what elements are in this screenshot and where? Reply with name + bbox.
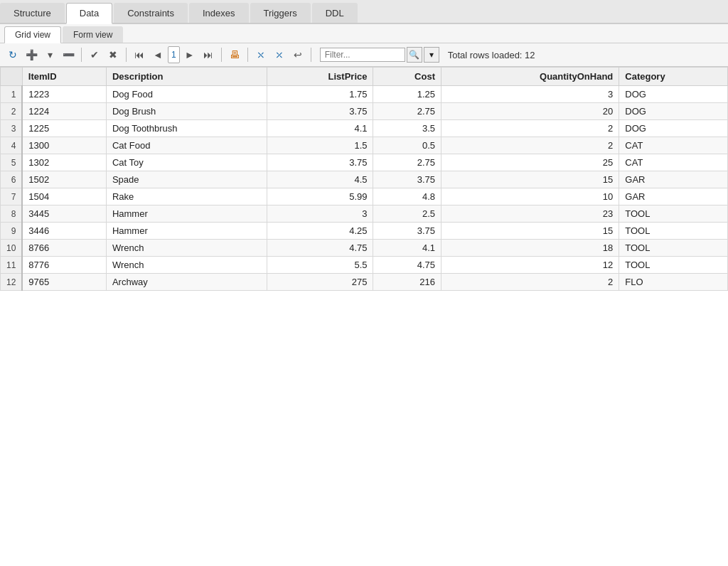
cell-category[interactable]: DOG — [619, 103, 728, 120]
table-row[interactable]: 21224Dog Brush3.752.7520DOG — [1, 103, 728, 120]
cell-quantityonhand[interactable]: 10 — [441, 188, 619, 205]
cell-category[interactable]: TOOL — [619, 240, 728, 257]
cell-listprice[interactable]: 275 — [267, 274, 373, 291]
cell-itemid[interactable]: 8766 — [22, 240, 106, 257]
cell-cost[interactable]: 4.8 — [373, 188, 441, 205]
cell-cost[interactable]: 0.5 — [373, 137, 441, 154]
dropdown-button[interactable]: ▾ — [41, 46, 58, 63]
cell-cost[interactable]: 3.5 — [373, 120, 441, 137]
cell-cost[interactable]: 1.25 — [373, 86, 441, 103]
cell-itemid[interactable]: 1302 — [22, 154, 106, 171]
cell-category[interactable]: TOOL — [619, 223, 728, 240]
cell-itemid[interactable]: 1300 — [22, 137, 106, 154]
check-button[interactable]: ✔ — [86, 46, 103, 63]
cell-description[interactable]: Dog Brush — [106, 103, 267, 120]
cell-description[interactable]: Rake — [106, 188, 267, 205]
cell-listprice[interactable]: 5.5 — [267, 257, 373, 274]
filter-input[interactable] — [320, 48, 405, 62]
cell-cost[interactable]: 2.75 — [373, 154, 441, 171]
cell-listprice[interactable]: 4.75 — [267, 240, 373, 257]
cell-itemid[interactable]: 9765 — [22, 274, 106, 291]
cell-category[interactable]: CAT — [619, 137, 728, 154]
table-row[interactable]: 41300Cat Food1.50.52CAT — [1, 137, 728, 154]
cell-listprice[interactable]: 4.5 — [267, 171, 373, 188]
cell-description[interactable]: Cat Food — [106, 137, 267, 154]
tab-data[interactable]: Data — [66, 3, 112, 24]
cell-description[interactable]: Wrench — [106, 257, 267, 274]
delete-row-button[interactable]: ➖ — [60, 46, 77, 63]
tab-structure[interactable]: Structure — [0, 3, 65, 23]
cell-cost[interactable]: 2.75 — [373, 103, 441, 120]
table-row[interactable]: 51302Cat Toy3.752.7525CAT — [1, 154, 728, 171]
cell-itemid[interactable]: 3445 — [22, 205, 106, 223]
add-row-button[interactable]: ➕ — [23, 46, 40, 63]
cell-category[interactable]: TOOL — [619, 205, 728, 223]
cell-category[interactable]: GAR — [619, 171, 728, 188]
export-button[interactable]: ↩ — [289, 46, 306, 63]
cell-itemid[interactable]: 1502 — [22, 171, 106, 188]
cell-description[interactable]: Cat Toy — [106, 154, 267, 171]
cell-listprice[interactable]: 4.1 — [267, 120, 373, 137]
cell-listprice[interactable]: 4.25 — [267, 223, 373, 240]
cell-quantityonhand[interactable]: 18 — [441, 240, 619, 257]
prev-page-button[interactable]: ◄ — [149, 46, 166, 63]
filter-options-button[interactable]: 🔍 — [407, 47, 422, 63]
cell-description[interactable]: Wrench — [106, 240, 267, 257]
refresh-button[interactable]: ↻ — [4, 46, 21, 63]
next-page-button[interactable]: ► — [181, 46, 198, 63]
cell-itemid[interactable]: 1224 — [22, 103, 106, 120]
cell-description[interactable]: Dog Toothbrush — [106, 120, 267, 137]
cell-quantityonhand[interactable]: 2 — [441, 120, 619, 137]
cell-itemid[interactable]: 8776 — [22, 257, 106, 274]
cancel-edit-button[interactable]: ✖ — [105, 46, 122, 63]
cell-quantityonhand[interactable]: 12 — [441, 257, 619, 274]
cell-quantityonhand[interactable]: 3 — [441, 86, 619, 103]
cell-quantityonhand[interactable]: 2 — [441, 137, 619, 154]
table-row[interactable]: 129765Archway2752162FLO — [1, 274, 728, 291]
table-row[interactable]: 31225Dog Toothbrush4.13.52DOG — [1, 120, 728, 137]
cell-itemid[interactable]: 1225 — [22, 120, 106, 137]
cell-description[interactable]: Dog Food — [106, 86, 267, 103]
cell-category[interactable]: DOG — [619, 120, 728, 137]
cell-cost[interactable]: 3.75 — [373, 223, 441, 240]
table-row[interactable]: 71504Rake5.994.810GAR — [1, 188, 728, 205]
cell-category[interactable]: GAR — [619, 188, 728, 205]
tab-ddl[interactable]: DDL — [312, 3, 358, 23]
tab-triggers[interactable]: Triggers — [250, 3, 311, 23]
cell-cost[interactable]: 4.75 — [373, 257, 441, 274]
cell-quantityonhand[interactable]: 2 — [441, 274, 619, 291]
cell-description[interactable]: Hammer — [106, 205, 267, 223]
cell-itemid[interactable]: 1504 — [22, 188, 106, 205]
cell-quantityonhand[interactable]: 15 — [441, 223, 619, 240]
cell-quantityonhand[interactable]: 15 — [441, 171, 619, 188]
cell-cost[interactable]: 4.1 — [373, 240, 441, 257]
cell-description[interactable]: Spade — [106, 171, 267, 188]
collapse-all-button[interactable]: ⤫ — [271, 46, 288, 63]
cell-quantityonhand[interactable]: 23 — [441, 205, 619, 223]
cell-itemid[interactable]: 3446 — [22, 223, 106, 240]
cell-description[interactable]: Archway — [106, 274, 267, 291]
tab-form-view[interactable]: Form view — [63, 26, 123, 43]
table-row[interactable]: 83445Hammer32.523TOOL — [1, 205, 728, 223]
table-row[interactable]: 93446Hammer4.253.7515TOOL — [1, 223, 728, 240]
cell-category[interactable]: DOG — [619, 86, 728, 103]
cell-listprice[interactable]: 1.5 — [267, 137, 373, 154]
cell-quantityonhand[interactable]: 20 — [441, 103, 619, 120]
cell-cost[interactable]: 216 — [373, 274, 441, 291]
cell-quantityonhand[interactable]: 25 — [441, 154, 619, 171]
cell-itemid[interactable]: 1223 — [22, 86, 106, 103]
tab-constraints[interactable]: Constraints — [114, 3, 188, 23]
tab-indexes[interactable]: Indexes — [189, 3, 249, 23]
table-row[interactable]: 11223Dog Food1.751.253DOG — [1, 86, 728, 103]
expand-all-button[interactable]: ⤬ — [252, 46, 269, 63]
cell-category[interactable]: TOOL — [619, 257, 728, 274]
cell-cost[interactable]: 2.5 — [373, 205, 441, 223]
cell-listprice[interactable]: 1.75 — [267, 86, 373, 103]
cell-listprice[interactable]: 5.99 — [267, 188, 373, 205]
table-row[interactable]: 61502Spade4.53.7515GAR — [1, 171, 728, 188]
last-page-button[interactable]: ⏭ — [200, 46, 217, 63]
tab-grid-view[interactable]: Grid view — [4, 26, 61, 43]
cell-description[interactable]: Hammer — [106, 223, 267, 240]
table-row[interactable]: 108766Wrench4.754.118TOOL — [1, 240, 728, 257]
filter-dropdown-button[interactable]: ▾ — [424, 47, 439, 63]
